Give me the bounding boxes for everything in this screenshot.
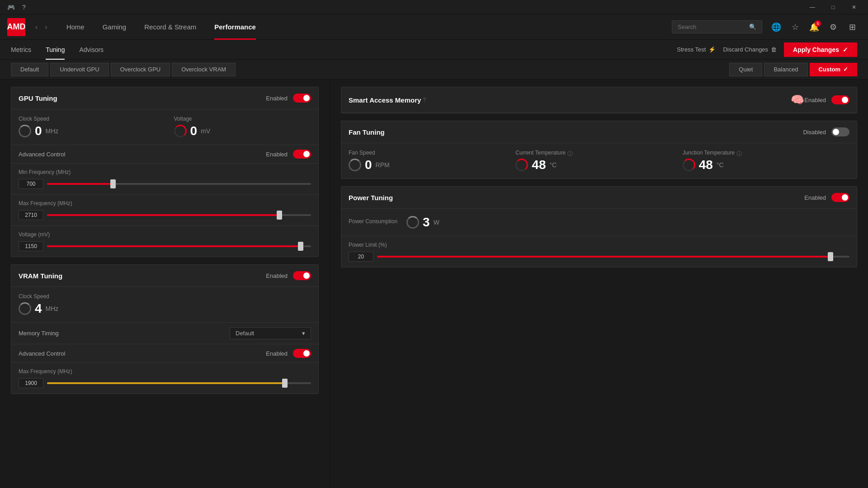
fan-title: Fan Tuning: [349, 128, 385, 136]
layout-button[interactable]: ⊞: [844, 19, 861, 36]
voltage-mv-slider-row: 1150: [19, 241, 311, 251]
vram-advanced-toggle[interactable]: [293, 349, 311, 358]
min-freq-value[interactable]: 700: [19, 179, 43, 189]
nav-record[interactable]: Record & Stream: [135, 14, 205, 40]
nav-performance[interactable]: Performance: [205, 14, 265, 40]
fan-toggle[interactable]: [831, 127, 849, 136]
custom-label: Custom: [819, 66, 840, 73]
clock-speed-col: Clock Speed 0 MHz: [19, 116, 156, 138]
maximize-button[interactable]: □: [823, 0, 844, 14]
search-input[interactable]: [678, 23, 745, 30]
voltage-gauge: [174, 125, 187, 137]
voltage-mv-label: Voltage (mV): [19, 231, 311, 238]
sam-toggle[interactable]: [831, 95, 849, 104]
power-value: 3: [423, 215, 430, 230]
gpu-tuning-section: GPU Tuning Enabled Clock Speed 0 MHz: [11, 87, 319, 257]
max-freq-thumb[interactable]: [277, 211, 282, 220]
power-title: Power Tuning: [349, 194, 393, 202]
subnav-tuning[interactable]: Tuning: [46, 40, 65, 60]
voltage-mv-slider-section: Voltage (mV) 1150: [11, 225, 318, 257]
max-freq-fill: [47, 214, 279, 216]
settings-button[interactable]: ⚙: [825, 19, 842, 36]
junction-temp-unit: °C: [717, 161, 724, 169]
close-button[interactable]: ✕: [844, 0, 864, 14]
power-value-row: 3 W: [406, 215, 439, 230]
preset-quiet[interactable]: Quiet: [729, 63, 762, 76]
voltage-mv-thumb[interactable]: [298, 242, 303, 251]
fan-header: Fan Tuning Disabled: [341, 121, 857, 143]
min-freq-track[interactable]: [47, 183, 311, 185]
discard-label: Discard Changes: [723, 46, 768, 53]
preset-balanced[interactable]: Balanced: [764, 63, 807, 76]
nav-gaming[interactable]: Gaming: [94, 14, 136, 40]
forward-button[interactable]: ›: [42, 21, 50, 33]
max-freq-slider-row: 2710: [19, 210, 311, 220]
current-temp-value-row: 48 °C: [515, 158, 675, 172]
vram-advanced-label: Advanced Control: [19, 350, 266, 357]
vram-max-freq-section: Max Frequency (MHz) 1900: [11, 362, 318, 394]
power-toggle[interactable]: [831, 193, 849, 202]
max-freq-track[interactable]: [47, 214, 311, 216]
fan-section: Fan Tuning Disabled Fan Speed 0 RPM Curr…: [341, 121, 857, 179]
question-icon[interactable]: ?: [22, 4, 26, 11]
memory-timing-dropdown[interactable]: Default ▾: [230, 327, 311, 339]
vram-max-freq-value[interactable]: 1900: [19, 378, 43, 388]
memory-timing-value: Default: [236, 330, 254, 337]
fan-speed-value: 0: [365, 158, 372, 172]
vram-tuning-toggle[interactable]: [293, 271, 311, 280]
min-freq-fill: [47, 183, 113, 185]
power-limit-track[interactable]: [377, 256, 849, 258]
apply-button[interactable]: Apply Changes ✓: [784, 42, 857, 57]
power-limit-fill: [377, 256, 830, 258]
sam-help-icon[interactable]: ?: [423, 97, 426, 103]
vram-max-freq-fill: [47, 382, 285, 384]
preset-overclock-gpu[interactable]: Overclock GPU: [111, 63, 170, 76]
sam-section: Smart Access Memory ? 🧠 Enabled: [341, 87, 857, 113]
preset-overclock-vram[interactable]: Overclock VRAM: [172, 63, 236, 76]
nav-right-icons: 🌐 ☆ 🔔 5 ⚙ ⊞: [768, 19, 861, 36]
stress-test-button[interactable]: Stress Test ⚡: [677, 46, 716, 53]
back-button[interactable]: ‹: [33, 21, 40, 33]
power-limit-value[interactable]: 20: [349, 252, 373, 262]
power-limit-thumb[interactable]: [828, 252, 833, 261]
vram-clock-unit: MHz: [46, 305, 59, 312]
current-temp-value: 48: [532, 158, 546, 172]
preset-undervolt[interactable]: Undervolt GPU: [50, 63, 108, 76]
fan-metrics: Fan Speed 0 RPM Current Temperature ⓘ 48: [341, 143, 857, 178]
vram-max-freq-track[interactable]: [47, 382, 311, 384]
sam-title: Smart Access Memory: [349, 96, 421, 104]
max-freq-value[interactable]: 2710: [19, 210, 43, 220]
power-header: Power Tuning Enabled: [341, 187, 857, 209]
minimize-button[interactable]: —: [802, 0, 823, 14]
power-limit-slider-row: 20: [349, 252, 849, 262]
vram-tuning-title: VRAM Tuning: [19, 272, 266, 280]
chevron-down-icon: ▾: [302, 330, 305, 337]
advanced-control-label: Advanced Control: [19, 151, 266, 158]
voltage-mv-track[interactable]: [47, 245, 311, 247]
current-temp-unit: °C: [549, 161, 557, 169]
gpu-tuning-toggle[interactable]: [293, 94, 311, 103]
discard-button[interactable]: Discard Changes 🗑: [723, 46, 777, 53]
search-bar[interactable]: 🔍: [672, 20, 762, 33]
subnav-metrics[interactable]: Metrics: [11, 40, 31, 60]
min-freq-slider-section: Min Frequency (MHz) 700: [11, 163, 318, 194]
vram-clock-value-row: 4 MHz: [19, 301, 311, 316]
current-temp-help-icon[interactable]: ⓘ: [567, 150, 573, 158]
bell-button[interactable]: 🔔 5: [806, 19, 823, 36]
preset-row: Default Undervolt GPU Overclock GPU Over…: [0, 60, 868, 80]
advanced-control-toggle[interactable]: [293, 150, 311, 159]
preset-default[interactable]: Default: [11, 63, 48, 76]
vram-max-freq-thumb[interactable]: [282, 379, 288, 388]
junction-temp-help-icon[interactable]: ⓘ: [736, 150, 742, 158]
star-button[interactable]: ☆: [787, 19, 804, 36]
globe-button[interactable]: 🌐: [768, 19, 785, 36]
voltage-mv-value[interactable]: 1150: [19, 241, 43, 251]
vram-advanced-enabled-label: Enabled: [266, 350, 288, 357]
preset-custom[interactable]: Custom ✓: [810, 63, 857, 76]
vram-clock-gauge: [19, 302, 31, 315]
vram-tuning-section: VRAM Tuning Enabled Clock Speed 4 MHz Me…: [11, 264, 319, 394]
max-freq-slider-section: Max Frequency (MHz) 2710: [11, 194, 318, 225]
subnav-advisors[interactable]: Advisors: [79, 40, 104, 60]
min-freq-thumb[interactable]: [110, 179, 116, 188]
nav-home[interactable]: Home: [57, 14, 94, 40]
